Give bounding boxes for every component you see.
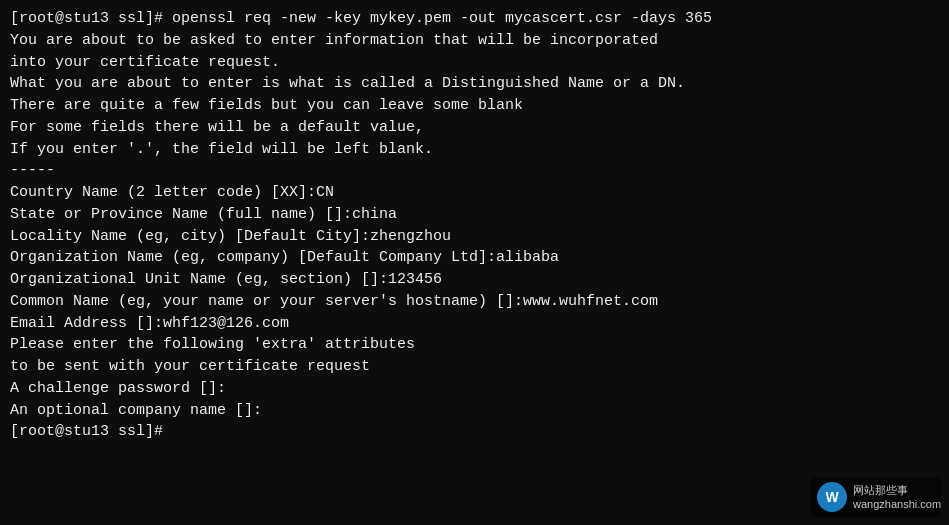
terminal-line: Organizational Unit Name (eg, section) […: [10, 269, 939, 291]
terminal-line: There are quite a few fields but you can…: [10, 95, 939, 117]
terminal-line: For some fields there will be a default …: [10, 117, 939, 139]
watermark-text: 网站那些事 wangzhanshi.com: [853, 483, 941, 512]
terminal-line: Country Name (2 letter code) [XX]:CN: [10, 182, 939, 204]
terminal-line: If you enter '.', the field will be left…: [10, 139, 939, 161]
terminal-line: What you are about to enter is what is c…: [10, 73, 939, 95]
terminal-output: [root@stu13 ssl]# openssl req -new -key …: [10, 8, 939, 443]
terminal-line: State or Province Name (full name) []:ch…: [10, 204, 939, 226]
terminal-line: to be sent with your certificate request: [10, 356, 939, 378]
terminal-line: -----: [10, 160, 939, 182]
watermark-logo: W: [817, 482, 847, 512]
watermark-url: wangzhanshi.com: [853, 497, 941, 511]
terminal-window: [root@stu13 ssl]# openssl req -new -key …: [0, 0, 949, 525]
terminal-line: Email Address []:whf123@126.com: [10, 313, 939, 335]
terminal-line: An optional company name []:: [10, 400, 939, 422]
terminal-line: You are about to be asked to enter infor…: [10, 30, 939, 52]
terminal-line: Please enter the following 'extra' attri…: [10, 334, 939, 356]
terminal-line: [root@stu13 ssl]# openssl req -new -key …: [10, 8, 939, 30]
terminal-line: Locality Name (eg, city) [Default City]:…: [10, 226, 939, 248]
terminal-line: Common Name (eg, your name or your serve…: [10, 291, 939, 313]
watermark: W 网站那些事 wangzhanshi.com: [811, 477, 941, 517]
terminal-line: Organization Name (eg, company) [Default…: [10, 247, 939, 269]
watermark-letter: W: [825, 487, 838, 507]
terminal-line: into your certificate request.: [10, 52, 939, 74]
terminal-line: [root@stu13 ssl]#: [10, 421, 939, 443]
watermark-site-name: 网站那些事: [853, 483, 941, 497]
terminal-line: A challenge password []:: [10, 378, 939, 400]
